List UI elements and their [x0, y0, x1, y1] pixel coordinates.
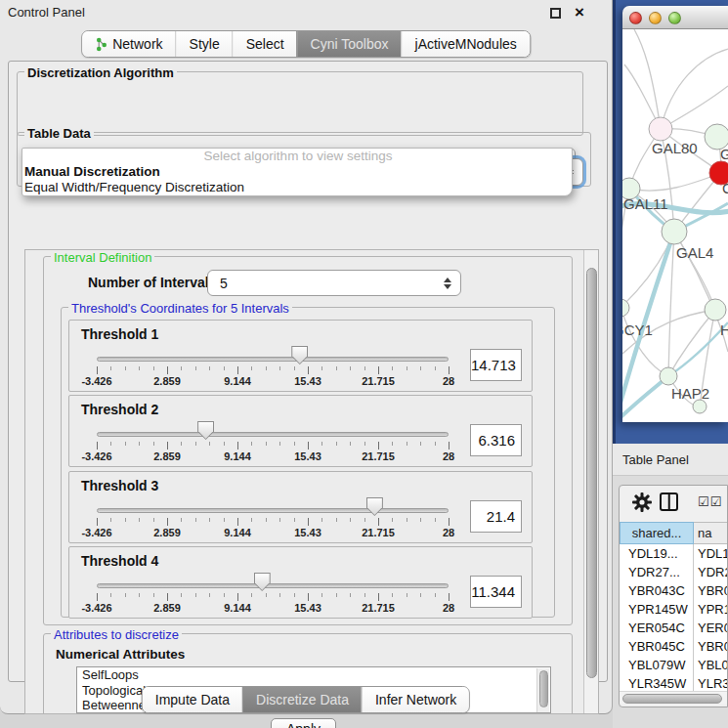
node-gal4[interactable]	[662, 219, 687, 244]
threshold-value-field[interactable]: 14.713	[470, 349, 522, 381]
discretization-algorithm-group	[17, 71, 583, 136]
threshold-slider-track[interactable]	[97, 508, 449, 513]
interval-definition-title: Interval Definition	[51, 250, 154, 265]
threshold-slider-handle[interactable]	[254, 573, 271, 591]
table-cell[interactable]: YBR0	[694, 581, 727, 600]
threshold-value-field[interactable]: 21.4	[470, 500, 522, 533]
tab-label: Style	[190, 31, 220, 57]
threshold-3-block: Threshold 3 -3.4262.8599.14415.4321.7152…	[68, 471, 533, 543]
table-cell[interactable]: YDR2	[694, 563, 727, 581]
discretization-algorithm-title: Discretization Algorithm	[24, 65, 177, 80]
table-header: shared... na	[620, 522, 727, 544]
threshold-slider-track[interactable]	[97, 432, 449, 437]
list-item[interactable]: SelfLoops	[77, 667, 550, 683]
split-panel-icon[interactable]	[660, 492, 678, 511]
control-panel-tabs: Network Style Select Cyni Toolbox jActiv…	[81, 30, 531, 58]
slider-ticks	[97, 442, 449, 450]
scrollbar-thumb[interactable]	[622, 694, 722, 704]
threshold-slider-track[interactable]	[97, 357, 449, 362]
table-cell[interactable]: YER054C	[620, 619, 694, 637]
table-cell[interactable]: YDL19...	[620, 544, 694, 563]
network-window-titlebar[interactable]	[622, 6, 728, 29]
close-icon[interactable]: ×	[575, 2, 584, 23]
tab-jactivemnodules[interactable]: jActiveMNodules	[402, 31, 530, 57]
table-row[interactable]: YBR043CYBR0	[620, 581, 727, 600]
threshold-label: Threshold 4	[81, 553, 158, 569]
tab-infer-network[interactable]: Infer Network	[362, 687, 469, 712]
table-toolbar: ☑☑	[620, 486, 727, 521]
threshold-slider-track[interactable]	[97, 583, 449, 588]
column-header-name[interactable]: na	[694, 522, 727, 544]
threshold-slider-handle[interactable]	[291, 346, 308, 364]
tab-impute-data[interactable]: Impute Data	[143, 687, 242, 712]
slider-tick-labels: -3.4262.8599.14415.4321.71528	[97, 375, 449, 387]
number-of-intervals-combobox[interactable]: 5	[207, 270, 461, 296]
node-label: H	[720, 321, 728, 338]
slider-tick-labels: -3.4262.8599.14415.4321.71528	[97, 527, 449, 538]
slider-tick-labels: -3.4262.8599.14415.4321.71528	[97, 602, 449, 614]
table-cell[interactable]: YBR043C	[620, 581, 694, 600]
table-cell[interactable]: YDL1	[694, 544, 727, 563]
control-panel-window: Control Panel × Network Style Select Cyn…	[0, 0, 613, 714]
tab-style[interactable]: Style	[176, 31, 233, 57]
dropdown-item-equal-width-frequency[interactable]: Equal Width/Frequency Discretization	[22, 180, 572, 195]
node-gal80[interactable]	[649, 117, 672, 141]
table-cell[interactable]: YDR27...	[620, 563, 694, 581]
column-checkboxes-icon[interactable]: ☑☑	[698, 494, 722, 509]
threshold-1-block: Threshold 1 -3.4262.8599.14415.4321.7152…	[68, 320, 533, 392]
threshold-slider-handle[interactable]	[366, 497, 383, 516]
table-cell[interactable]: YPR1	[694, 600, 727, 619]
tab-select[interactable]: Select	[233, 31, 297, 57]
node-label: C	[722, 180, 728, 196]
cyni-toolbox-panel: Discretization Algorithm Select algorith…	[8, 61, 608, 682]
settings-scroll-panel: Interval Definition Number of Intervals …	[24, 249, 599, 714]
table-row[interactable]: YDR27...YDR2	[620, 563, 727, 581]
tab-label: Impute Data	[155, 687, 230, 712]
table-cell[interactable]: YPR145W	[620, 600, 694, 619]
table-cell[interactable]: YBL079W	[620, 656, 694, 674]
table-cell[interactable]: YBL0	[694, 656, 727, 674]
zoom-traffic-light-icon[interactable]	[668, 12, 681, 24]
list-scrollbar[interactable]	[536, 668, 549, 713]
table-container: ☑☑ shared... na YDL19...YDL1YDR27...YDR2…	[619, 485, 728, 707]
table-panel: Table Panel ☑☑ shared... na YDL19...YDL1…	[613, 444, 728, 728]
table-cell[interactable]: YBR0	[694, 637, 727, 656]
settings-scrollbar[interactable]	[583, 250, 598, 713]
node-hap2[interactable]	[660, 367, 677, 385]
tab-discretize-data[interactable]: Discretize Data	[242, 687, 362, 712]
column-header-shared-name[interactable]: shared...	[620, 522, 694, 544]
slider-tick-labels: -3.4262.8599.14415.4321.71528	[97, 450, 449, 462]
slider-ticks	[97, 366, 449, 375]
scrollbar-thumb[interactable]	[586, 268, 597, 678]
table-row[interactable]: YDL19...YDL1	[620, 544, 727, 563]
tab-label: Discretize Data	[256, 687, 349, 712]
threshold-2-block: Threshold 2 -3.4262.8599.14415.4321.7152…	[68, 395, 533, 467]
table-row[interactable]: YER054CYER0	[620, 619, 727, 637]
float-window-icon[interactable]	[550, 8, 561, 19]
table-horizontal-scrollbar[interactable]	[620, 691, 727, 704]
network-view-window: GAL80 G C GAL11 GAL4 GCY1 H HAP2	[622, 6, 728, 422]
table-row[interactable]: YBL079WYBL0	[620, 656, 727, 674]
table-row[interactable]: YPR145WYPR1	[620, 600, 727, 619]
node-gcy1[interactable]	[622, 299, 629, 317]
close-traffic-light-icon[interactable]	[629, 12, 642, 24]
node[interactable]	[693, 400, 707, 413]
dropdown-item-manual-discretization[interactable]: Manual Discretization	[22, 164, 572, 180]
tab-cyni-toolbox[interactable]: Cyni Toolbox	[297, 31, 402, 57]
threshold-slider-handle[interactable]	[197, 421, 214, 440]
threshold-4-block: Threshold 4 -3.4262.8599.14415.4321.7152…	[68, 546, 533, 619]
minimize-traffic-light-icon[interactable]	[649, 12, 662, 24]
apply-button[interactable]: Apply	[271, 718, 336, 728]
table-cell[interactable]: YBR045C	[620, 637, 694, 656]
gear-icon[interactable]	[631, 492, 653, 513]
network-canvas[interactable]: GAL80 G C GAL11 GAL4 GCY1 H HAP2	[622, 29, 728, 422]
table-cell[interactable]: YER0	[694, 619, 727, 637]
node[interactable]	[705, 299, 726, 321]
tab-label: jActiveMNodules	[415, 31, 517, 57]
node-label: GAL11	[623, 195, 668, 212]
threshold-value-field[interactable]: 6.316	[470, 424, 522, 456]
threshold-value-field[interactable]: 11.344	[470, 576, 522, 608]
slider-ticks	[97, 593, 449, 602]
table-row[interactable]: YBR045CYBR0	[620, 637, 727, 656]
tab-network[interactable]: Network	[82, 31, 175, 57]
